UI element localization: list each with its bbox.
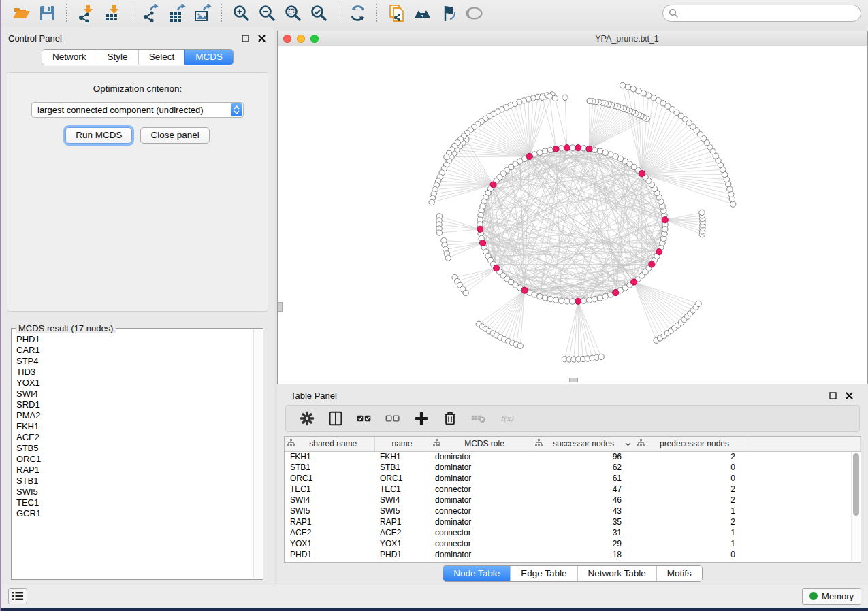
mcds-result-node[interactable]: PHD1	[16, 334, 263, 345]
network-horizontal-scrollbar[interactable]	[569, 378, 578, 382]
import-network-icon[interactable]	[75, 3, 97, 24]
network-node[interactable]	[592, 147, 597, 152]
network-node[interactable]	[444, 154, 449, 159]
mcds-result-node[interactable]: CAR1	[16, 345, 263, 356]
network-node[interactable]	[662, 227, 668, 232]
export-image-icon[interactable]	[191, 3, 213, 24]
save-session-icon[interactable]	[36, 3, 58, 24]
table-cell[interactable]: PHD1	[374, 549, 430, 560]
mcds-result-node[interactable]: PMA2	[16, 410, 263, 421]
table-cell[interactable]: 1	[634, 538, 748, 549]
mcds-result-node[interactable]: GCR1	[16, 508, 263, 519]
column-header-MCDS-role[interactable]: MCDS role	[430, 437, 532, 451]
network-hub-node[interactable]	[613, 290, 619, 296]
table-row[interactable]: PHD1PHD1dominator180	[285, 549, 861, 560]
network-node[interactable]	[630, 86, 636, 92]
mcds-result-node[interactable]: TEC1	[16, 497, 263, 508]
mcds-result-node[interactable]: ACE2	[16, 432, 263, 443]
table-cell[interactable]: 1	[634, 506, 748, 516]
network-node[interactable]	[620, 82, 625, 88]
network-hub-node[interactable]	[631, 279, 637, 285]
network-node[interactable]	[517, 343, 523, 348]
network-hub-node[interactable]	[479, 240, 485, 246]
network-node[interactable]	[602, 150, 608, 155]
network-hub-node[interactable]	[656, 249, 662, 255]
table-settings-icon[interactable]	[297, 408, 317, 429]
network-hub-node[interactable]	[586, 146, 592, 152]
table-cell[interactable]: SWI4	[374, 495, 430, 506]
mcds-result-node[interactable]: YOX1	[16, 378, 263, 389]
table-cell[interactable]: 18	[532, 549, 634, 560]
first-neighbors-icon[interactable]	[411, 3, 433, 24]
table-tab-node-table[interactable]: Node Table	[443, 566, 510, 581]
network-hub-node[interactable]	[490, 182, 496, 188]
search-input[interactable]	[662, 5, 861, 22]
select-all-rows-icon[interactable]	[354, 408, 374, 429]
tab-select[interactable]: Select	[138, 50, 185, 65]
table-cell[interactable]: ORC1	[285, 473, 374, 484]
mcds-result-node[interactable]: RAP1	[16, 465, 263, 476]
table-row[interactable]: RAP1RAP1dominator352	[285, 516, 861, 527]
table-cell[interactable]: dominator	[430, 516, 532, 527]
column-header-name[interactable]: name	[374, 437, 430, 451]
network-node[interactable]	[445, 255, 451, 261]
table-cell[interactable]: RAP1	[285, 516, 374, 527]
float-table-panel-icon[interactable]	[827, 391, 838, 400]
network-hub-node[interactable]	[575, 145, 581, 151]
network-node[interactable]	[547, 93, 552, 99]
table-cell[interactable]: dominator	[430, 473, 532, 484]
network-node[interactable]	[586, 297, 592, 303]
table-cell[interactable]: ORC1	[374, 473, 430, 484]
network-node[interactable]	[558, 298, 564, 303]
table-cell[interactable]: 96	[532, 451, 634, 462]
network-node[interactable]	[539, 95, 545, 100]
table-cell[interactable]: 0	[634, 473, 748, 484]
network-node[interactable]	[699, 210, 705, 215]
show-all-icon[interactable]	[463, 3, 485, 24]
network-hub-node[interactable]	[649, 261, 655, 267]
network-node[interactable]	[429, 199, 434, 205]
deselect-all-rows-icon[interactable]	[383, 408, 403, 429]
table-tab-edge-table[interactable]: Edge Table	[510, 566, 577, 581]
table-cell[interactable]: RAP1	[374, 516, 430, 527]
table-row[interactable]: ACE2ACE2connector311	[285, 527, 861, 538]
mcds-result-node[interactable]: STB1	[16, 476, 263, 486]
table-cell[interactable]: SWI4	[285, 495, 374, 506]
network-node[interactable]	[570, 299, 575, 304]
network-hub-node[interactable]	[639, 171, 645, 177]
table-cell[interactable]: 2	[634, 495, 748, 506]
delete-rows-icon[interactable]	[440, 408, 460, 429]
network-hub-node[interactable]	[521, 287, 528, 293]
table-cell[interactable]: 35	[532, 516, 634, 527]
network-vertical-scrollbar[interactable]	[278, 302, 283, 312]
table-cell[interactable]: connector	[430, 484, 532, 495]
mcds-result-node[interactable]: FKH1	[16, 421, 263, 432]
close-panel-icon[interactable]	[256, 33, 267, 43]
show-panel-list-button[interactable]	[8, 588, 27, 604]
import-table-icon[interactable]	[101, 3, 123, 24]
table-row[interactable]: STB1STB1dominator620	[285, 462, 861, 473]
chevron-down-icon[interactable]	[625, 439, 631, 448]
table-tab-network-table[interactable]: Network Table	[577, 566, 656, 581]
table-tab-motifs[interactable]: Motifs	[656, 566, 702, 581]
table-cell[interactable]: YOX1	[285, 538, 374, 549]
network-node[interactable]	[597, 295, 602, 301]
zoom-in-icon[interactable]	[230, 3, 252, 24]
tab-style[interactable]: Style	[97, 50, 138, 65]
export-network-icon[interactable]	[140, 3, 161, 24]
table-cell[interactable]: 46	[532, 495, 634, 506]
table-scrollbar-thumb[interactable]	[853, 453, 859, 516]
network-graph[interactable]	[278, 46, 865, 382]
zoom-selected-icon[interactable]	[308, 3, 329, 24]
run-mcds-button[interactable]: Run MCDS	[65, 127, 132, 144]
table-cell[interactable]: TEC1	[285, 484, 374, 495]
table-cell[interactable]: ACE2	[285, 527, 374, 538]
table-cell[interactable]: 2	[634, 484, 748, 495]
table-cell[interactable]: STB1	[374, 462, 430, 473]
hide-selected-icon[interactable]	[437, 3, 459, 24]
memory-button[interactable]: Memory	[802, 588, 861, 605]
table-cell[interactable]: dominator	[430, 451, 532, 462]
network-hub-node[interactable]	[526, 153, 532, 159]
table-cell[interactable]: dominator	[430, 549, 532, 560]
add-column-icon[interactable]	[411, 408, 432, 429]
